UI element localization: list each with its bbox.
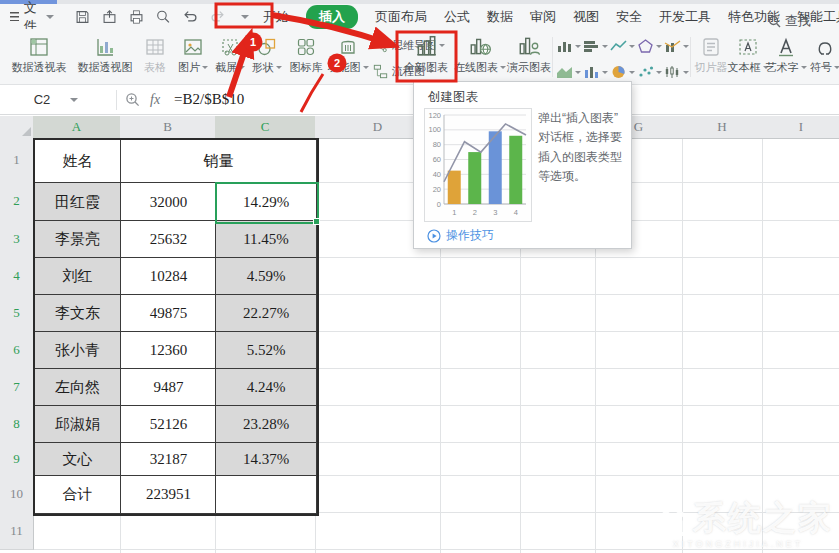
save-icon[interactable] <box>74 8 91 25</box>
tab-数据[interactable]: 数据 <box>487 8 513 26</box>
toolbar-label: 图标库 <box>290 60 323 75</box>
cell-C3[interactable]: 11.45% <box>215 220 317 259</box>
cell-B10-total-value[interactable]: 223951 <box>120 475 217 514</box>
tips-link[interactable]: 操作技巧 <box>427 227 494 244</box>
row-header-5[interactable]: 5 <box>0 294 35 332</box>
tab-插入[interactable]: 插入 <box>306 5 358 29</box>
redo-icon[interactable] <box>209 8 226 25</box>
cell-A2[interactable]: 田红霞 <box>33 182 122 222</box>
cell-A3[interactable]: 李景亮 <box>33 220 122 259</box>
row-header-11[interactable]: 11 <box>0 512 34 550</box>
cell-C5[interactable]: 22.27% <box>215 294 317 333</box>
toolbar-button-艺术字[interactable]: 艺术字 <box>768 32 804 82</box>
row-header-4[interactable]: 4 <box>0 257 35 295</box>
column-header-B[interactable]: B <box>120 116 216 139</box>
toolbar-button-在线图表[interactable]: 在线图表 <box>456 32 504 82</box>
toolbar-button-文本框[interactable]: 文本框 <box>730 32 766 82</box>
print-preview-icon[interactable] <box>155 8 172 25</box>
cell-B6[interactable]: 12360 <box>120 331 217 370</box>
print-icon[interactable] <box>128 8 145 25</box>
tab-视图[interactable]: 视图 <box>573 8 599 26</box>
icon-library-icon <box>295 32 317 58</box>
tab-开发工具[interactable]: 开发工具 <box>659 8 711 26</box>
name-box[interactable]: C2 <box>0 92 112 107</box>
combo-chart-button[interactable] <box>664 39 689 53</box>
cell-A4[interactable]: 刘红 <box>33 257 122 296</box>
gridline <box>762 138 763 553</box>
gridline <box>682 138 683 553</box>
toolbar-button-数据透视表[interactable]: 数据透视表 <box>6 32 72 82</box>
column-header-I[interactable]: I <box>762 116 839 139</box>
cell-C4[interactable]: 4.59% <box>215 257 317 296</box>
select-all-corner[interactable] <box>0 116 34 139</box>
symbol-icon <box>814 32 836 58</box>
cell-A8[interactable]: 邱淑娟 <box>33 405 122 444</box>
magnifier-icon[interactable] <box>125 92 140 107</box>
row-header-7[interactable]: 7 <box>0 368 35 406</box>
cell-C9[interactable]: 14.37% <box>215 442 317 477</box>
toolbar-button-全部图表[interactable]: 全部图表 <box>399 32 453 82</box>
toolbar-button-演示图表[interactable]: 演示图表 <box>506 32 552 82</box>
cell-B1C1-sales-header[interactable]: 销量 <box>120 138 317 184</box>
row-header-3[interactable]: 3 <box>0 220 35 258</box>
area-chart-button[interactable] <box>556 65 581 79</box>
picture-icon <box>182 32 204 58</box>
cell-C10[interactable] <box>215 475 317 514</box>
fx-icon[interactable]: fx <box>150 92 160 108</box>
toolbar-label: 演示图表 <box>507 60 551 75</box>
tab-安全[interactable]: 安全 <box>616 8 642 26</box>
toolbar-button-截屏[interactable]: 截屏 <box>212 32 248 82</box>
cell-B8[interactable]: 52126 <box>120 405 217 444</box>
cell-A6[interactable]: 张小青 <box>33 331 122 370</box>
cell-A10-total-label[interactable]: 合计 <box>33 475 122 514</box>
toolbar-label: 数据透视表 <box>12 60 67 75</box>
search-box[interactable]: 查找 <box>768 12 811 30</box>
cell-A9[interactable]: 文心 <box>33 442 122 477</box>
cell-A1-name-header[interactable]: 姓名 <box>33 138 122 184</box>
toolbar-button-形状[interactable]: 形状 <box>250 32 284 82</box>
row-header-10[interactable]: 10 <box>0 475 34 513</box>
row-header-2[interactable]: 2 <box>0 182 35 221</box>
more-icon[interactable] <box>236 8 253 25</box>
cell-C8[interactable]: 23.28% <box>215 405 317 444</box>
export-icon[interactable] <box>101 8 118 25</box>
column-header-H[interactable]: H <box>682 116 763 139</box>
cell-C7[interactable]: 4.24% <box>215 368 317 407</box>
tab-公式[interactable]: 公式 <box>444 8 470 26</box>
cell-A5[interactable]: 李文东 <box>33 294 122 333</box>
radar-chart-button[interactable] <box>637 39 662 53</box>
row-header-1[interactable]: 1 <box>0 138 34 183</box>
cell-B3[interactable]: 25632 <box>120 220 217 259</box>
pie-chart-button[interactable] <box>610 65 635 79</box>
cell-B7[interactable]: 9487 <box>120 368 217 407</box>
scatter-chart-button[interactable] <box>637 65 662 79</box>
row-header-8[interactable]: 8 <box>0 405 35 443</box>
tab-开始[interactable]: 开始 <box>263 8 289 26</box>
undo-icon[interactable] <box>182 8 199 25</box>
formula-input[interactable]: =B2/$B$10 <box>174 91 244 108</box>
toolbar-button-图片[interactable]: 图片 <box>176 32 210 82</box>
row-header-6[interactable]: 6 <box>0 331 35 369</box>
column-chart-button[interactable] <box>556 39 581 53</box>
column-header-A[interactable]: A <box>33 116 121 140</box>
toolbar-button-符号[interactable]: 符号 <box>808 32 839 82</box>
cell-B9[interactable]: 32187 <box>120 442 217 477</box>
cell-C2[interactable]: 14.29% <box>215 182 317 222</box>
cell-B2[interactable]: 32000 <box>120 182 217 222</box>
toolbar-button-功能图[interactable]: 功能图 <box>328 32 368 82</box>
stock-chart-button[interactable] <box>664 65 689 79</box>
cell-B4[interactable]: 10284 <box>120 257 217 296</box>
cell-C6[interactable]: 5.52% <box>215 331 317 370</box>
tab-审阅[interactable]: 审阅 <box>530 8 556 26</box>
toolbar-button-数据透视图[interactable]: 数据透视图 <box>72 32 138 82</box>
bar-chart-button[interactable] <box>583 39 608 53</box>
online-chart-icon <box>468 32 492 58</box>
column-header-C[interactable]: C <box>215 116 316 140</box>
cell-A7[interactable]: 左向然 <box>33 368 122 407</box>
tab-页面布局[interactable]: 页面布局 <box>375 8 427 26</box>
row-header-9[interactable]: 9 <box>0 442 35 476</box>
cell-B5[interactable]: 49875 <box>120 294 217 333</box>
column3d-chart-button[interactable] <box>583 65 608 79</box>
line-chart-button[interactable] <box>610 39 635 53</box>
toolbar-button-图标库[interactable]: 图标库 <box>286 32 326 82</box>
